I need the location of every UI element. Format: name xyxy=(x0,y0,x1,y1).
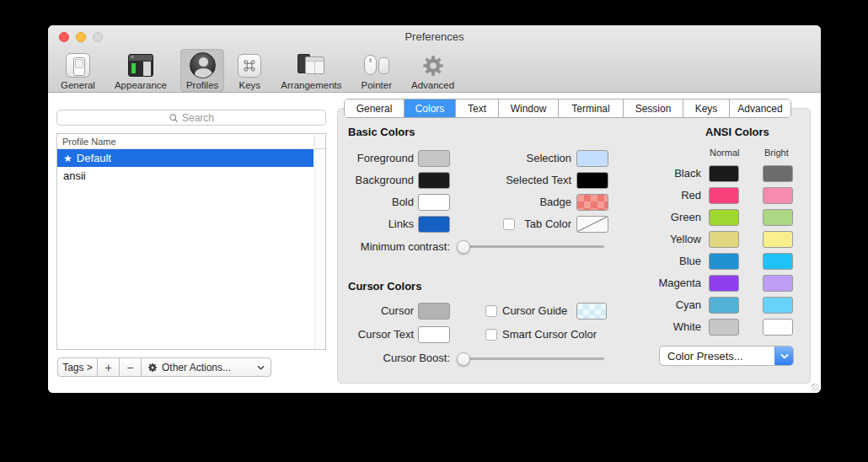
ansi-cyan-normal-well[interactable] xyxy=(709,297,739,314)
ansi-red-bright-well[interactable] xyxy=(763,187,793,204)
ansi-blue-bright-well[interactable] xyxy=(763,253,793,270)
profiles-person-icon xyxy=(190,52,216,78)
selection-color-well[interactable] xyxy=(576,150,608,167)
minimum-contrast-slider[interactable] xyxy=(461,245,604,248)
cursor-colors-heading: Cursor Colors xyxy=(348,280,421,293)
toolbar-item-keys[interactable]: Keys xyxy=(232,49,267,92)
color-presets-dropdown[interactable]: Color Presets... xyxy=(659,346,794,366)
remove-profile-button[interactable]: − xyxy=(119,357,142,377)
toolbar: General × Appearance Profiles Keys xyxy=(55,49,460,92)
zoom-button[interactable] xyxy=(93,32,103,42)
links-label: Links xyxy=(338,216,414,233)
ansi-colors-heading: ANSI Colors xyxy=(705,126,769,138)
cursor-guide-label: Cursor Guide xyxy=(502,304,567,318)
general-switch-icon xyxy=(66,53,90,78)
ansi-black-bright-well[interactable] xyxy=(763,165,793,182)
toolbar-label: Advanced xyxy=(411,80,454,90)
toolbar-item-profiles[interactable]: Profiles xyxy=(180,49,224,92)
resize-grip[interactable] xyxy=(812,384,819,391)
default-star-icon: ★ xyxy=(63,153,72,164)
ansi-white-bright-well[interactable] xyxy=(763,319,793,336)
ansi-green-normal-well[interactable] xyxy=(709,209,739,226)
toolbar-item-pointer[interactable]: Pointer xyxy=(356,49,398,92)
close-button[interactable] xyxy=(59,32,69,42)
colors-tab-panel: Basic Colors Foreground Background Bold … xyxy=(337,108,811,384)
toolbar-item-arrangements[interactable]: Arrangements xyxy=(275,49,347,92)
ansi-black-normal-well[interactable] xyxy=(709,165,739,182)
arrangements-windows-icon xyxy=(297,54,325,78)
ansi-red-normal-well[interactable] xyxy=(709,187,739,204)
preferences-window: Preferences General × Appearance Profile… xyxy=(48,25,821,393)
toolbar-label: Arrangements xyxy=(281,80,341,90)
toolbar-label: General xyxy=(61,80,95,90)
tab-terminal[interactable]: Terminal xyxy=(559,99,624,117)
tab-color-well[interactable] xyxy=(576,216,608,233)
toolbar-label: Pointer xyxy=(362,80,392,90)
tab-text[interactable]: Text xyxy=(456,99,499,117)
chevron-down-icon xyxy=(774,346,793,365)
selected-text-color-well[interactable] xyxy=(576,172,608,189)
search-input[interactable]: Search xyxy=(56,110,326,126)
toolbar-item-advanced[interactable]: Advanced xyxy=(405,49,460,92)
profile-row-ansii[interactable]: ansii xyxy=(57,167,313,185)
ansi-label-red: Red xyxy=(616,187,701,204)
ansi-yellow-normal-well[interactable] xyxy=(709,231,739,248)
background-color-well[interactable] xyxy=(418,172,450,189)
minimum-contrast-slider-knob[interactable] xyxy=(457,240,470,254)
cursor-text-color-well[interactable] xyxy=(418,326,450,343)
tags-button[interactable]: Tags > xyxy=(57,357,98,377)
toolbar-label: Keys xyxy=(239,80,261,90)
tab-keys[interactable]: Keys xyxy=(683,99,730,117)
tab-session[interactable]: Session xyxy=(624,99,683,117)
ansi-magenta-normal-well[interactable] xyxy=(709,275,739,292)
foreground-label: Foreground xyxy=(338,150,414,167)
ansi-white-normal-well[interactable] xyxy=(709,319,739,336)
minimize-button[interactable] xyxy=(76,32,86,42)
ansi-magenta-bright-well[interactable] xyxy=(763,275,793,292)
search-placeholder: Search xyxy=(182,112,214,124)
toolbar-item-appearance[interactable]: × Appearance xyxy=(109,49,173,92)
profile-list-footer: Tags > + − Other Actions... xyxy=(57,357,271,377)
ansi-cyan-bright-well[interactable] xyxy=(763,297,793,314)
ansi-blue-normal-well[interactable] xyxy=(709,253,739,270)
traffic-lights xyxy=(59,32,103,42)
tab-colors[interactable]: Colors xyxy=(405,99,456,117)
ansi-label-blue: Blue xyxy=(616,253,701,270)
cursor-boost-slider[interactable] xyxy=(461,357,604,360)
ansi-label-white: White xyxy=(616,319,701,336)
tab-general[interactable]: General xyxy=(345,99,405,117)
ansi-green-bright-well[interactable] xyxy=(763,209,793,226)
cursor-text-label: Cursor Text xyxy=(338,326,414,343)
ansi-normal-column-label: Normal xyxy=(710,148,739,158)
ansi-yellow-bright-well[interactable] xyxy=(763,231,793,248)
minimum-contrast-label: Minimum contrast: xyxy=(338,240,450,254)
search-icon xyxy=(169,113,179,123)
toolbar-item-general[interactable]: General xyxy=(55,49,101,92)
bold-color-well[interactable] xyxy=(418,194,450,211)
ansi-label-green: Green xyxy=(616,209,701,226)
cursor-boost-slider-knob[interactable] xyxy=(457,352,470,366)
tab-advanced[interactable]: Advanced xyxy=(730,99,790,117)
ansi-label-yellow: Yellow xyxy=(616,231,701,248)
add-profile-button[interactable]: + xyxy=(97,357,120,377)
cursor-boost-label: Cursor Boost: xyxy=(338,352,450,365)
tab-window[interactable]: Window xyxy=(499,99,559,117)
ansi-bright-column-label: Bright xyxy=(764,148,789,158)
links-color-well[interactable] xyxy=(418,216,450,233)
cursor-guide-color-well[interactable] xyxy=(576,303,607,320)
window-header: Preferences General × Appearance Profile… xyxy=(48,25,821,93)
other-actions-dropdown[interactable]: Other Actions... xyxy=(141,357,271,377)
cursor-guide-checkbox[interactable] xyxy=(485,305,497,317)
profile-row-default[interactable]: ★ Default xyxy=(57,149,313,167)
cursor-color-well[interactable] xyxy=(418,303,450,320)
badge-color-well[interactable] xyxy=(576,194,608,211)
pointer-mouse-icon xyxy=(363,54,390,77)
toolbar-label: Profiles xyxy=(186,80,218,90)
foreground-color-well[interactable] xyxy=(418,150,450,167)
list-scrollbar xyxy=(314,134,325,349)
tab-color-label: Tab Color xyxy=(464,216,571,233)
settings-tabbar: General Colors Text Window Terminal Sess… xyxy=(344,99,791,118)
appearance-window-icon: × xyxy=(128,54,153,77)
ansi-label-black: Black xyxy=(616,165,701,182)
smart-cursor-color-checkbox[interactable] xyxy=(485,329,497,341)
